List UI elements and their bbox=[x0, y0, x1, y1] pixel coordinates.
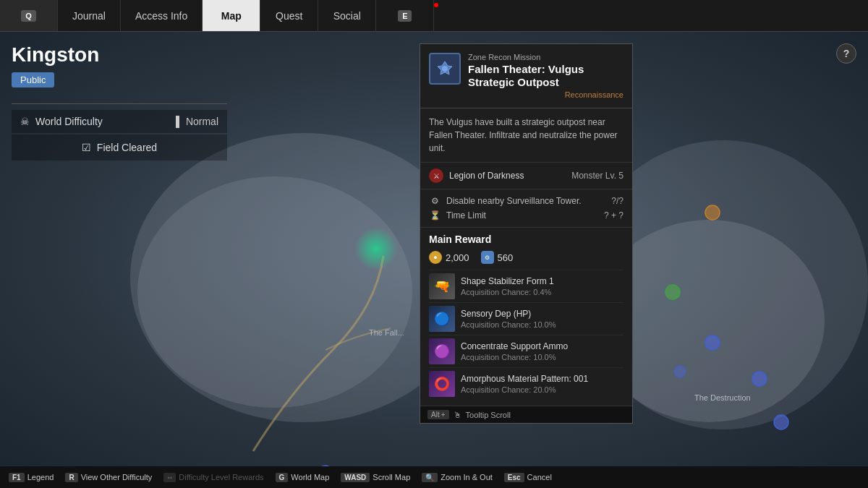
reward-thumb-3: 🟣 bbox=[429, 338, 455, 364]
svg-text:The Fall...: The Fall... bbox=[369, 328, 404, 337]
mission-objectives: ⚙ Disable nearby Surveillance Tower. ?/?… bbox=[420, 189, 632, 228]
journal-label: Journal bbox=[72, 10, 106, 22]
reward-item-1: 🔫 Shape Stabilizer Form 1 Acquisition Ch… bbox=[429, 270, 624, 302]
nav-journal[interactable]: Journal bbox=[58, 0, 121, 31]
svg-point-6 bbox=[705, 335, 720, 350]
r-key: R bbox=[65, 473, 77, 482]
world-map-label: World Map bbox=[291, 473, 329, 481]
esc-key: Esc bbox=[504, 473, 524, 482]
svg-point-4 bbox=[705, 205, 720, 220]
reward-item-2: 🔵 Sensory Dep (HP) Acquisition Chance: 1… bbox=[429, 302, 624, 335]
mission-type-label: Zone Recon Mission bbox=[468, 53, 624, 61]
bottom-cancel: Esc Cancel bbox=[504, 473, 552, 482]
monster-level: Monster Lv. 5 bbox=[571, 171, 624, 181]
zoom-key: 🔍 bbox=[422, 473, 438, 482]
mission-enemy-row: ⚔ Legion of Darkness Monster Lv. 5 bbox=[420, 163, 632, 189]
reward-name-2: Sensory Dep (HP) bbox=[461, 309, 624, 320]
reward-name-4: Amorphous Material Pattern: 001 bbox=[461, 374, 624, 385]
scroll-icon: 🖱 bbox=[454, 411, 461, 419]
nav-q-key[interactable]: Q bbox=[0, 0, 58, 31]
reward-item-4: ⭕ Amorphous Material Pattern: 001 Acquis… bbox=[429, 367, 624, 400]
objective-row-1: ⚙ Disable nearby Surveillance Tower. ?/? bbox=[429, 194, 624, 208]
exp-icon: ⚙ bbox=[481, 251, 494, 264]
nav-access-info[interactable]: Access Info bbox=[121, 0, 203, 31]
mission-header: Zone Recon Mission Fallen Theater: Vulgu… bbox=[420, 44, 632, 108]
view-difficulty-label: View Other Difficulty bbox=[81, 473, 153, 481]
tooltip-scroll-label: Tooltip Scroll bbox=[466, 411, 511, 419]
checkmark-icon: ☑ bbox=[82, 142, 91, 153]
difficulty-rewards-label: Difficulty Level Rewards bbox=[179, 473, 263, 481]
difficulty-value: ▌ Normal bbox=[176, 116, 218, 127]
bottom-bar: F1 Legend R View Other Difficulty ▪▪ Dif… bbox=[0, 466, 868, 488]
objective-text-1: Disable nearby Surveillance Tower. bbox=[446, 196, 605, 206]
help-button[interactable]: ? bbox=[836, 43, 856, 64]
reward-info-2: Sensory Dep (HP) Acquisition Chance: 10.… bbox=[461, 309, 624, 329]
scroll-key: Alt+ bbox=[427, 410, 449, 419]
zoom-label: Zoom In & Out bbox=[441, 473, 493, 481]
reward-info-4: Amorphous Material Pattern: 001 Acquisit… bbox=[461, 374, 624, 394]
cancel-label: Cancel bbox=[527, 473, 552, 481]
bottom-legend: F1 Legend bbox=[9, 473, 54, 482]
reward-chance-1: Acquisition Chance: 0.4% bbox=[461, 288, 624, 296]
legend-label: Legend bbox=[27, 473, 54, 481]
reward-info-3: Concentrate Support Ammo Acquisition Cha… bbox=[461, 341, 624, 361]
reward-chance-4: Acquisition Chance: 20.0% bbox=[461, 385, 624, 394]
field-cleared-label: Field Cleared bbox=[97, 142, 157, 153]
svg-point-5 bbox=[665, 285, 680, 299]
main-reward-title: Main Reward bbox=[429, 234, 624, 245]
reward-name-1: Shape Stabilizer Form 1 bbox=[461, 276, 624, 288]
nav-social[interactable]: Social bbox=[318, 0, 376, 31]
mission-glow-marker bbox=[354, 227, 398, 270]
reward-currency: ● 2,000 ⚙ 560 bbox=[429, 251, 624, 264]
map-label: Map bbox=[221, 10, 242, 22]
enemy-name: Legion of Darkness bbox=[449, 171, 566, 181]
objective-value-1: ?/? bbox=[611, 196, 624, 206]
svg-point-9 bbox=[674, 366, 686, 377]
difficulty-bar-icon: ▌ bbox=[176, 116, 183, 127]
objective-icon-2: ⏳ bbox=[429, 210, 441, 221]
world-difficulty-row: ☠ World Difficulty ▌ Normal bbox=[12, 110, 227, 133]
mission-title-block: Zone Recon Mission Fallen Theater: Vulgu… bbox=[468, 53, 624, 99]
mission-name: Fallen Theater: Vulgus Strategic Outpost bbox=[468, 63, 624, 89]
svg-point-7 bbox=[752, 372, 767, 386]
reward-thumb-2: 🔵 bbox=[429, 306, 455, 332]
coin-icon: ● bbox=[429, 251, 442, 264]
bottom-view-difficulty: R View Other Difficulty bbox=[65, 473, 152, 482]
nav-quest[interactable]: Quest bbox=[260, 0, 318, 31]
bottom-zoom: 🔍 Zoom In & Out bbox=[422, 473, 493, 482]
access-info-label: Access Info bbox=[135, 10, 187, 22]
top-navigation: Q Journal Access Info Map Quest Social E bbox=[0, 0, 868, 32]
objective-value-2: ? + ? bbox=[604, 210, 624, 221]
g-key: G bbox=[276, 473, 289, 482]
reward-name-3: Concentrate Support Ammo bbox=[461, 341, 624, 353]
reward-chance-2: Acquisition Chance: 10.0% bbox=[461, 320, 624, 329]
svg-text:The Destruction: The Destruction bbox=[694, 393, 751, 402]
difficulty-rewards-key: ▪▪ bbox=[163, 473, 176, 482]
nav-map[interactable]: Map bbox=[203, 0, 260, 31]
objective-row-2: ⏳ Time Limit ? + ? bbox=[429, 208, 624, 223]
svg-point-1 bbox=[137, 176, 412, 408]
bottom-world-map: G World Map bbox=[276, 473, 330, 482]
wasd-key: WASD bbox=[341, 473, 370, 482]
reward-chance-3: Acquisition Chance: 10.0% bbox=[461, 353, 624, 361]
bottom-difficulty-rewards: ▪▪ Difficulty Level Rewards bbox=[163, 473, 263, 482]
reward-item-3: 🟣 Concentrate Support Ammo Acquisition C… bbox=[429, 335, 624, 367]
reward-info-1: Shape Stabilizer Form 1 Acquisition Chan… bbox=[461, 276, 624, 296]
divider-1 bbox=[12, 103, 227, 104]
mission-tag: Reconnaissance bbox=[468, 90, 624, 99]
quest-label: Quest bbox=[276, 10, 302, 22]
reward-thumb-1: 🔫 bbox=[429, 273, 455, 299]
svg-point-14 bbox=[442, 66, 448, 72]
difficulty-label: ☠ World Difficulty bbox=[20, 116, 176, 127]
objective-icon-1: ⚙ bbox=[429, 196, 441, 206]
svg-point-8 bbox=[774, 415, 788, 429]
bottom-scroll-map: WASD Scroll Map bbox=[341, 473, 410, 482]
social-label: Social bbox=[333, 10, 361, 22]
notification-dot bbox=[434, 3, 438, 7]
nav-e-key[interactable]: E bbox=[376, 0, 434, 31]
coin-amount: 2,000 bbox=[446, 252, 469, 263]
q-key-badge: Q bbox=[21, 10, 36, 22]
objective-text-2: Time Limit bbox=[446, 210, 598, 221]
main-reward-section: Main Reward ● 2,000 ⚙ 560 🔫 Shape Stabil… bbox=[420, 228, 632, 406]
tooltip-scroll-bar: Alt+ 🖱 Tooltip Scroll bbox=[420, 406, 632, 423]
